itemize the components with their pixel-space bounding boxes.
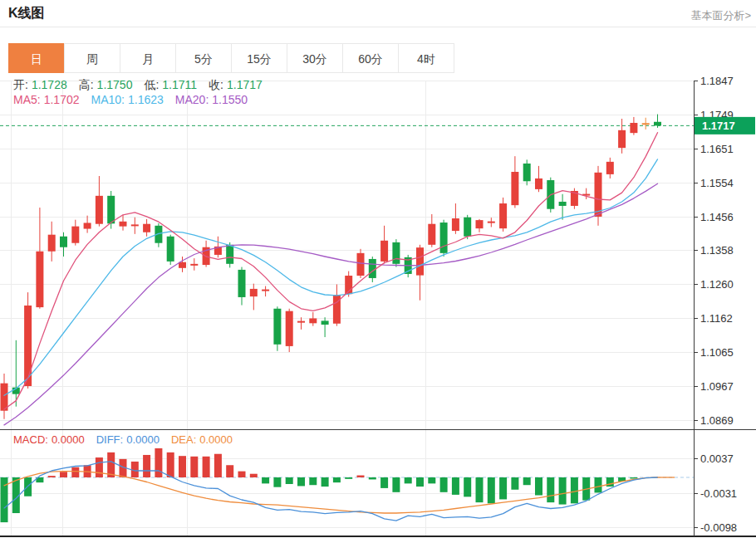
candle-body	[322, 320, 329, 325]
macd-bar	[606, 477, 614, 487]
macd-bar	[250, 474, 258, 477]
candle-body	[309, 318, 317, 323]
candle-body	[273, 309, 281, 345]
candle-body	[392, 242, 400, 264]
price-axis-label: 1.1456	[700, 211, 734, 223]
macd-bar	[322, 477, 329, 487]
macd-axis-label: -0.0031	[700, 487, 737, 500]
candle-body	[357, 253, 365, 276]
candle-body	[96, 196, 103, 224]
macd-bar	[214, 454, 222, 477]
tab-period-1[interactable]: 日	[8, 43, 65, 73]
candle-body	[464, 218, 471, 237]
candle-body	[286, 311, 293, 346]
macd-bar	[190, 457, 198, 477]
macd-bar	[452, 477, 459, 495]
macd-bar	[345, 477, 352, 479]
candle-body	[297, 321, 305, 323]
price-axis-label: 1.0869	[700, 414, 734, 427]
macd-bar	[488, 477, 495, 503]
macd-bar	[380, 477, 388, 488]
fundamental-analysis-link[interactable]: 基本面分析>	[690, 8, 751, 23]
macd-bar	[262, 477, 269, 483]
macd-bar	[535, 477, 542, 496]
price-axis-label: 1.1065	[700, 346, 734, 359]
candle-body	[369, 259, 376, 278]
candle-body	[167, 237, 174, 262]
macd-bar	[179, 456, 186, 477]
candle-body	[120, 222, 127, 227]
macd-bar	[476, 477, 484, 502]
chart-area[interactable]: 1.18471.17491.16511.15541.14561.13581.12…	[0, 73, 756, 538]
candle-body	[84, 223, 91, 228]
macd-bar	[297, 477, 305, 486]
candle-body	[511, 172, 518, 205]
candle-body	[476, 220, 484, 228]
price-axis-label: 1.1162	[700, 312, 733, 325]
candle-body	[262, 290, 269, 291]
macd-bar	[464, 477, 471, 496]
macd-bar	[286, 477, 293, 484]
candle-body	[523, 164, 531, 181]
tab-period-7[interactable]: 60分	[342, 43, 399, 73]
tab-period-3[interactable]: 月	[120, 43, 176, 73]
candle-body	[226, 245, 233, 264]
macd-bar	[392, 477, 400, 492]
macd-bar	[428, 477, 435, 483]
price-axis-label: 1.1358	[700, 244, 734, 257]
candle-body	[36, 252, 43, 307]
macd-bar	[369, 477, 376, 479]
candle-body	[618, 130, 626, 148]
macd-bar	[571, 477, 578, 503]
price-axis-label: 1.1260	[700, 278, 734, 291]
candle-body	[428, 224, 435, 245]
candle-body	[250, 289, 258, 296]
macd-bar	[238, 472, 246, 477]
macd-bar	[309, 477, 317, 485]
macd-bar	[60, 472, 67, 477]
candle-body	[606, 162, 614, 174]
candle-body	[642, 123, 650, 125]
macd-bar	[416, 477, 424, 487]
last-price-badge-text: 1.1717	[702, 120, 735, 132]
tab-period-5[interactable]: 15分	[231, 43, 287, 73]
tab-period-8[interactable]: 4时	[398, 43, 454, 73]
candle-body	[24, 306, 32, 386]
candle-body	[238, 270, 246, 297]
ma10-line	[4, 159, 658, 395]
macd-bar	[96, 457, 103, 477]
ma5-line	[4, 133, 658, 409]
price-axis-label: 1.0967	[700, 380, 734, 393]
tab-period-2[interactable]: 周	[64, 43, 120, 73]
candle-body	[131, 224, 139, 226]
page-header: K线图 基本面分析>	[0, 0, 756, 27]
tab-period-4[interactable]: 5分	[175, 43, 232, 73]
candle-body	[60, 237, 67, 247]
candle-body	[333, 295, 341, 324]
header-divider	[0, 27, 756, 27]
candle-body	[630, 123, 637, 133]
candle-body	[190, 264, 198, 266]
candle-body	[654, 122, 661, 126]
candle-body	[1, 384, 8, 411]
candle-body	[48, 235, 56, 252]
macd-bar	[559, 477, 567, 505]
price-axis-label: 1.1554	[700, 177, 734, 189]
macd-bar	[440, 477, 448, 492]
macd-bar	[595, 477, 602, 492]
candle-body	[440, 223, 448, 253]
macd-bar	[499, 477, 507, 499]
macd-axis-label: -0.0098	[700, 521, 737, 534]
kline-macd-chart[interactable]: 1.18471.17491.16511.15541.14561.13581.12…	[0, 73, 756, 538]
macd-bar	[226, 465, 233, 477]
macd-bar	[48, 476, 56, 477]
candle-body	[499, 203, 507, 228]
page-title: K线图	[8, 5, 45, 22]
macd-bar	[357, 476, 365, 477]
macd-bar	[203, 457, 210, 477]
macd-bar	[273, 477, 281, 487]
macd-bar	[405, 477, 412, 483]
candle-body	[416, 247, 424, 275]
tab-period-6[interactable]: 30分	[287, 43, 343, 73]
candle-body	[107, 196, 115, 223]
